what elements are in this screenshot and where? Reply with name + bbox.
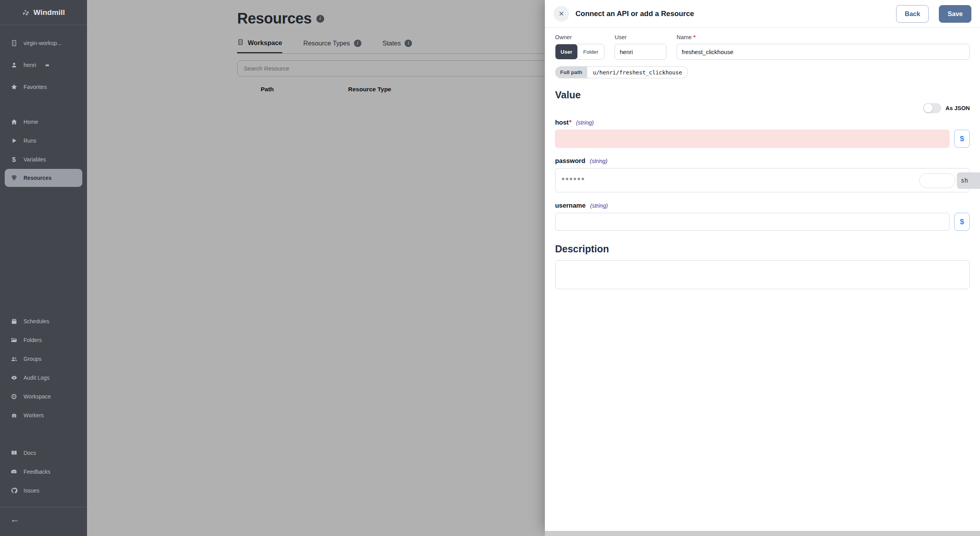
username-input[interactable] [555,213,949,231]
sidebar-item-home[interactable]: Home [0,112,87,131]
discord-icon [10,468,18,476]
username-field-block: username (string) $ [555,202,970,231]
windmill-app: Windmill virgin-worksp... henri Fa [0,0,980,536]
sidebar-item-label: Workspace [24,393,51,400]
windmill-pinwheel-icon [22,9,29,16]
sidebar-item-variables[interactable]: $ Variables [0,150,87,169]
password-show-button[interactable]: sh [957,172,980,189]
sidebar-item-label: Feedbacks [24,469,50,475]
users-icon [10,355,18,363]
password-type: (string) [590,158,607,164]
full-path-label: Full path [555,66,587,78]
robot-icon [10,412,18,419]
sidebar-item-label: Folders [24,337,42,343]
play-icon [10,137,18,145]
user-field[interactable] [615,44,666,60]
description-textarea[interactable] [555,260,970,289]
sidebar-item-folders[interactable]: Folders [0,331,87,349]
user-menu[interactable]: henri [0,54,87,76]
host-label: host [555,119,569,126]
host-type: (string) [576,120,594,126]
owner-option-folder[interactable]: Folder [577,44,604,59]
sidebar-item-label: Variables [24,156,46,163]
required-asterisk: * [693,34,696,40]
sidebar-item-label: Resources [24,175,52,181]
eye-icon [10,374,18,382]
username-type: (string) [590,203,608,209]
sidebar-item-resources[interactable]: Resources [5,169,82,187]
sidebar-item-label: Audit Logs [24,375,49,381]
sidebar-item-audit-logs[interactable]: Audit Logs [0,368,87,387]
owner-toggle: User Folder [555,44,604,60]
required-asterisk: * [569,119,572,126]
full-path-value: u/henri/freshest_clickhouse [587,66,688,78]
workspace-name: virgin-worksp... [24,40,62,46]
sidebar-item-label: Home [24,119,38,125]
sidebar-item-label: Workers [24,412,44,418]
user-group: User [615,34,666,60]
sidebar-item-workspace-settings[interactable]: ⚙ Workspace [0,387,87,406]
password-field-block: password (string) ****** sh [555,157,970,192]
dollar-icon: $ [10,156,18,163]
description-heading: Description [555,243,970,255]
star-icon [10,83,18,91]
windmill-logo[interactable]: Windmill [0,0,87,25]
horizontal-scrollbar[interactable] [545,531,980,536]
insert-variable-button[interactable]: $ [954,213,970,231]
save-button[interactable]: Save [939,5,971,23]
password-label: password [555,157,585,164]
back-button[interactable]: Back [896,5,929,23]
sidebar-item-label: Groups [24,356,42,362]
person-icon [10,62,18,69]
as-json-toggle[interactable] [923,103,941,113]
sidebar-item-workers[interactable]: Workers [0,406,87,425]
github-icon [10,487,18,494]
host-input[interactable] [555,130,949,148]
close-icon[interactable]: ✕ [554,6,569,22]
owner-label: Owner [555,34,604,40]
sidebar-item-issues[interactable]: Issues [0,481,87,500]
sidebar-item-groups[interactable]: Groups [0,349,87,368]
username-label: henri [24,62,36,68]
crown-icon [45,63,50,68]
value-heading: Value [555,89,970,101]
gear-icon: ⚙ [10,393,18,400]
full-path: Full path u/henri/freshest_clickhouse [555,66,688,78]
drawer-title: Connect an API or add a Resource [575,9,890,18]
cubes-icon [10,174,18,182]
sidebar-item-label: Docs [24,450,36,456]
host-field-block: host* (string) $ [555,119,970,148]
sidebar-item-favorites[interactable]: Favorites [0,76,87,98]
building-icon [10,40,18,47]
user-label: User [615,34,666,40]
owner-option-user[interactable]: User [555,44,577,59]
password-masked-value: ****** [561,177,585,184]
toggle-knob [924,104,933,112]
insert-variable-button[interactable]: $ [954,130,970,148]
sidebar-item-label: Schedules [24,318,49,324]
sidebar-item-schedules[interactable]: Schedules [0,312,87,331]
sidebar: Windmill virgin-worksp... henri Fa [0,0,87,536]
as-json-label: As JSON [946,105,970,111]
favorites-label: Favorites [24,84,47,90]
owner-group: Owner User Folder [555,34,604,60]
workspace-switcher[interactable]: virgin-worksp... [0,32,87,54]
sidebar-item-feedbacks[interactable]: Feedbacks [0,462,87,481]
arrow-left-icon: ← [10,514,20,524]
collapse-sidebar-button[interactable]: ← [0,514,87,525]
username-label: username [555,202,586,209]
sidebar-item-docs[interactable]: Docs [0,444,87,462]
folder-icon [10,337,18,344]
drawer-header: ✕ Connect an API or add a Resource Back … [545,0,980,28]
password-inner-input[interactable] [919,173,955,188]
book-icon [10,449,18,457]
calendar-icon [10,318,18,325]
home-icon [10,118,18,126]
sidebar-item-runs[interactable]: Runs [0,131,87,150]
app-title: Windmill [33,8,65,17]
sidebar-divider [0,507,87,507]
name-field[interactable] [677,44,970,60]
name-label: Name* [677,34,970,40]
connect-api-drawer: ✕ Connect an API or add a Resource Back … [545,0,980,531]
sidebar-item-label: Runs [24,138,36,144]
